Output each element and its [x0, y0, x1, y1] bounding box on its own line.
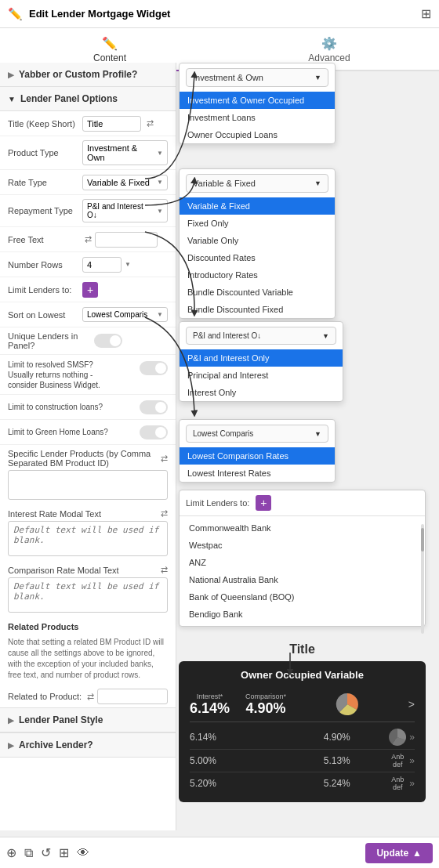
header: ✏️ Edit Lender Mortgage Widget ⊞: [0, 0, 439, 28]
limit-green-toggle[interactable]: 0: [140, 425, 168, 439]
rate-type-trigger[interactable]: Variable & Fixed ▼: [186, 174, 328, 193]
sort-lowest-select[interactable]: Lowest Comparis ▼: [82, 307, 168, 322]
title-input[interactable]: [82, 116, 141, 132]
row0-chevron[interactable]: »: [409, 732, 415, 743]
lender-scrollbar[interactable]: [421, 524, 424, 634]
rate-option-1[interactable]: Fixed Only: [180, 215, 335, 232]
sort-type-dropdown: Lowest Comparis ▼ Lowest Comparison Rate…: [179, 419, 336, 483]
lender-item-1[interactable]: Westpac: [180, 537, 425, 554]
archive-lender-section: ▶ Archive Lender?: [0, 732, 176, 758]
sort-lowest-caret: ▼: [157, 311, 163, 318]
update-button[interactable]: Update ▲: [365, 843, 433, 863]
lender-list-panel: Limit Lenders to: + Commonwealth Bank We…: [179, 490, 426, 627]
toolbar-layers-icon[interactable]: ⊕: [6, 845, 16, 860]
related-to-sync-icon[interactable]: ⇄: [87, 692, 94, 702]
specific-lender-input[interactable]: [8, 470, 168, 500]
related-to-input[interactable]: [97, 689, 168, 704]
rate-group: Interest* 6.14% Comparison* 4.90%: [190, 693, 286, 717]
unique-lenders-toggle[interactable]: no: [94, 334, 122, 348]
row2-chevron[interactable]: »: [409, 778, 415, 789]
main-row-chevron[interactable]: >: [408, 698, 415, 711]
sort-type-list: Lowest Comparison Rates Lowest Interest …: [180, 447, 335, 482]
mortgage-row-0: 6.14% 4.90% »: [190, 725, 415, 750]
investment-type-list: Investment & Owner Occupied Investment L…: [180, 92, 335, 143]
free-text-input[interactable]: [95, 232, 158, 248]
rate-option-0[interactable]: Variable & Fixed: [180, 197, 335, 215]
lender-item-3[interactable]: National Australia Bank: [180, 571, 425, 588]
investment-option-1[interactable]: Investment Loans: [180, 109, 335, 126]
sort-type-trigger[interactable]: Lowest Comparis ▼: [186, 425, 328, 443]
interest-rate-value: 6.14%: [190, 700, 230, 717]
archive-lender-header[interactable]: ▶ Archive Lender?: [0, 733, 176, 758]
title-sync-icon[interactable]: ⇄: [147, 118, 154, 128]
rate-option-2[interactable]: Variable Only: [180, 232, 335, 249]
limit-lenders-add-button[interactable]: +: [82, 282, 98, 298]
lender-panel-section-header[interactable]: ▼ Lender Panel Options: [0, 87, 176, 111]
interest-modal-input[interactable]: [8, 521, 168, 556]
toolbar-frame-icon[interactable]: ⊞: [59, 845, 69, 860]
product-type-caret: ▼: [157, 150, 163, 157]
repayment-option-2[interactable]: Interest Only: [180, 384, 343, 401]
lender-item-2[interactable]: ANZ: [180, 554, 425, 571]
toolbar-eye-icon[interactable]: 👁: [77, 846, 89, 860]
limit-smsf-toggle[interactable]: 0: [140, 361, 168, 375]
mortgage-row-1: 5.00% 5.13% Anbdef »: [190, 750, 415, 772]
free-text-sync-icon[interactable]: ⇄: [85, 234, 92, 244]
sort-option-0[interactable]: Lowest Comparison Rates: [180, 447, 335, 465]
lender-add-button[interactable]: +: [256, 495, 271, 511]
lender-panel-style-header[interactable]: ▶ Lender Panel Style: [0, 708, 176, 732]
row2-icon: Anbdef: [386, 776, 409, 791]
repayment-type-trigger[interactable]: P&I and Interest O↓ ▼: [186, 327, 336, 345]
comparison-modal-label: Comparison Rate Modal Text: [8, 566, 119, 575]
mortgage-card-title: Owner Occupied Variable: [190, 669, 415, 681]
unique-lenders-row: Unique Lenders in Panel? no: [0, 327, 176, 355]
investment-option-0[interactable]: Investment & Owner Occupied: [180, 92, 335, 109]
interest-modal-sync-icon[interactable]: ⇄: [161, 508, 168, 519]
comparison-modal-input[interactable]: [8, 577, 168, 613]
rate-option-5[interactable]: Bundle Discounted Variable: [180, 284, 335, 301]
sort-option-1[interactable]: Lowest Interest Rates: [180, 465, 335, 482]
limit-construction-toggle[interactable]: 0: [140, 400, 168, 414]
interest-modal-label: Interest Rate Modal Text: [8, 509, 101, 519]
specific-lender-sync-icon[interactable]: ⇄: [161, 454, 168, 464]
row0-icon: [386, 729, 409, 746]
toolbar-undo-icon[interactable]: ↺: [41, 845, 51, 860]
comparison-rate-item: Comparison* 4.90%: [245, 693, 286, 717]
number-rows-caret: ▼: [125, 261, 131, 268]
row0-pie: [389, 729, 406, 746]
row1-chevron[interactable]: »: [409, 755, 415, 766]
grid-icon[interactable]: ⊞: [421, 6, 431, 21]
yabber-section-header[interactable]: ▶ Yabber or Custom Profile?: [0, 63, 176, 87]
toolbar-stack-icon[interactable]: ⧉: [24, 846, 33, 860]
rate-type-select[interactable]: Variable & Fixed ▼: [82, 175, 168, 190]
lender-item-4[interactable]: Bank of Queensland (BOQ): [180, 588, 425, 606]
mortgage-rows: 6.14% 4.90% » 5.00% 5.13% Anbdef »: [190, 725, 415, 794]
number-rows-row: Number Rows ▼: [0, 252, 176, 277]
title-label: Title (Keep Short): [8, 119, 82, 128]
limit-lenders-row: Limit Lenders to: +: [0, 277, 176, 302]
repayment-type-dropdown: P&I and Interest O↓ ▼ P&I and Interest O…: [179, 321, 343, 402]
rate-option-3[interactable]: Discounted Rates: [180, 249, 335, 266]
product-type-select[interactable]: Investment & Own ▼: [82, 140, 168, 165]
lender-list-container: Commonwealth Bank Westpac ANZ National A…: [180, 516, 425, 626]
lender-item-0[interactable]: Commonwealth Bank: [180, 519, 425, 537]
row1-comp: 5.13%: [288, 755, 386, 766]
investment-option-2[interactable]: Owner Occupied Loans: [180, 126, 335, 143]
number-rows-input[interactable]: [82, 257, 122, 273]
rate-option-4[interactable]: Introductory Rates: [180, 266, 335, 284]
product-type-row: Product Type Investment & Own ▼: [0, 136, 176, 170]
rate-type-row: Rate Type Variable & Fixed ▼: [0, 170, 176, 195]
repayment-option-1[interactable]: Principal and Interest: [180, 367, 343, 384]
investment-type-trigger[interactable]: Investment & Own ▼: [186, 68, 328, 87]
repayment-type-select[interactable]: P&I and Interest O↓ ▼: [82, 199, 168, 222]
rate-option-6[interactable]: Bundle Discounted Fixed: [180, 301, 335, 318]
lender-item-5[interactable]: Bendigo Bank: [180, 606, 425, 623]
comparison-modal-sync-icon[interactable]: ⇄: [161, 565, 168, 575]
investment-type-dropdown: Investment & Own ▼ Investment & Owner Oc…: [179, 63, 336, 144]
unique-lenders-label: Unique Lenders in Panel?: [8, 331, 94, 350]
content-tab-icon: ✏️: [0, 36, 220, 51]
page-title: Edit Lender Mortgage Widget: [29, 8, 415, 20]
repayment-option-0[interactable]: P&I and Interest Only: [180, 349, 343, 367]
lender-scroll-thumb[interactable]: [421, 528, 424, 552]
comparison-rate-value: 4.90%: [245, 700, 286, 717]
